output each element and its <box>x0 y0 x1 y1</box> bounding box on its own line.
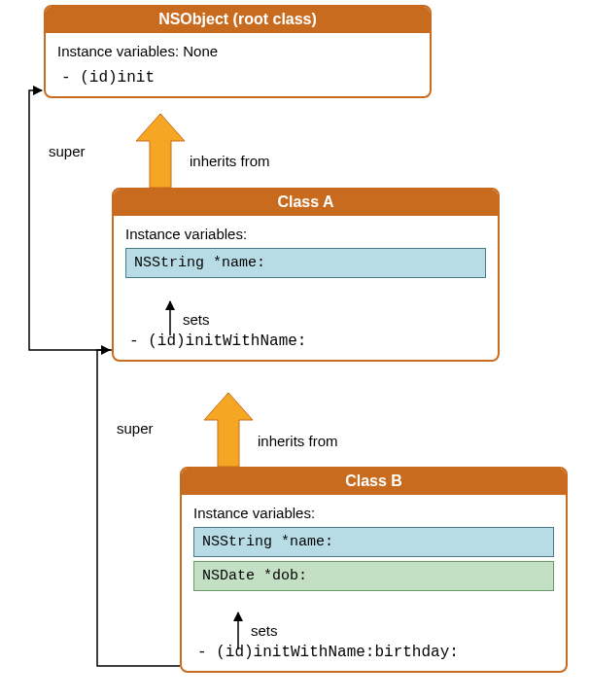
ivar-b-dob: NSDate *dob: <box>193 561 554 591</box>
method-a: - (id)initWithName: <box>129 332 486 350</box>
ivar-b-name: NSString *name: <box>193 527 554 557</box>
class-body-a: Instance variables: NSString *name: - (i… <box>114 216 498 360</box>
diagram-canvas: NSObject (root class) Instance variables… <box>0 0 590 700</box>
ivar-label-nsobject: Instance variables: None <box>57 43 418 59</box>
class-box-b: Class B Instance variables: NSString *na… <box>180 467 568 673</box>
super-arrow-b <box>97 350 180 666</box>
class-body-b: Instance variables: NSString *name: NSDa… <box>182 495 566 671</box>
inherits-arrow-b <box>204 393 253 467</box>
class-title-b: Class B <box>182 469 566 495</box>
ivar-label-b: Instance variables: <box>193 505 554 521</box>
class-title-nsobject: NSObject (root class) <box>46 7 430 33</box>
class-box-nsobject: NSObject (root class) Instance variables… <box>44 5 432 98</box>
svg-marker-0 <box>136 114 185 188</box>
label-super-2: super <box>117 420 154 437</box>
class-box-a: Class A Instance variables: NSString *na… <box>112 188 500 362</box>
class-body-nsobject: Instance variables: None - (id)init <box>46 33 430 96</box>
label-inherits-1: inherits from <box>190 153 270 169</box>
label-sets-2: sets <box>251 622 278 639</box>
method-nsobject: - (id)init <box>61 69 418 87</box>
label-sets-1: sets <box>183 311 210 328</box>
ivar-a-name: NSString *name: <box>125 248 486 278</box>
method-b: - (id)initWithName:birthday: <box>197 644 554 661</box>
label-super-1: super <box>49 143 86 159</box>
class-title-a: Class A <box>114 190 498 216</box>
ivar-label-a: Instance variables: <box>125 226 486 242</box>
super-arrow-a <box>29 90 112 350</box>
svg-marker-1 <box>204 393 253 467</box>
inherits-arrow-a <box>136 114 185 188</box>
label-inherits-2: inherits from <box>258 433 338 449</box>
